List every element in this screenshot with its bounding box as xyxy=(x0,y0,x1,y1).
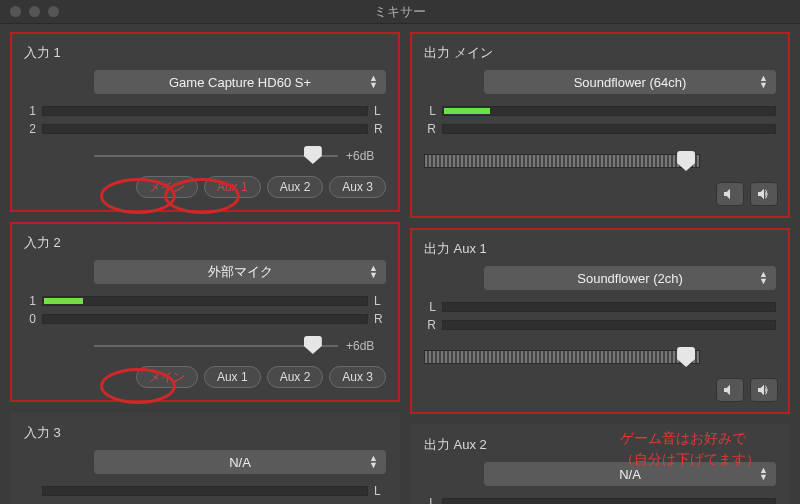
speaker-icon xyxy=(722,382,738,398)
input-2-gain-slider[interactable] xyxy=(94,336,338,356)
output-aux1-title: 出力 Aux 1 xyxy=(424,240,776,258)
input-1-device-label: Game Capture HD60 S+ xyxy=(169,75,311,90)
input-1-panel: 入力 1 Game Capture HD60 S+ ▲▼ 1 L 2 R xyxy=(10,32,400,212)
chevron-updown-icon: ▲▼ xyxy=(759,75,768,89)
minimize-dot[interactable] xyxy=(29,6,40,17)
speaker-icon xyxy=(722,186,738,202)
level-meter xyxy=(42,296,368,306)
level-meter xyxy=(442,302,776,312)
input-1-device-select[interactable]: Game Capture HD60 S+ ▲▼ xyxy=(94,70,386,94)
mute-button[interactable] xyxy=(716,182,744,206)
zoom-dot[interactable] xyxy=(48,6,59,17)
input-2-gain-label: +6dB xyxy=(346,339,386,353)
output-aux2-device-select[interactable]: N/A ▲▼ xyxy=(484,462,776,486)
input-3-device-select[interactable]: N/A ▲▼ xyxy=(94,450,386,474)
input-1-gain-slider[interactable] xyxy=(94,146,338,166)
chevron-updown-icon: ▲▼ xyxy=(369,75,378,89)
chevron-updown-icon: ▲▼ xyxy=(759,271,768,285)
input-2-aux-2[interactable]: Aux 2 xyxy=(267,366,324,388)
output-aux1-device-select[interactable]: Soundflower (2ch) ▲▼ xyxy=(484,266,776,290)
input-2-aux-3[interactable]: Aux 3 xyxy=(329,366,386,388)
input-2-panel: 入力 2 外部マイク ▲▼ 1 L 0 R +6dB xyxy=(10,222,400,402)
input-1-meter-row-2: 2 R xyxy=(24,122,386,136)
input-1-title: 入力 1 xyxy=(24,44,386,62)
input-1-aux-1[interactable]: Aux 1 xyxy=(204,176,261,198)
level-meter xyxy=(442,320,776,330)
level-meter xyxy=(442,106,776,116)
level-meter xyxy=(42,106,368,116)
mute-button[interactable] xyxy=(716,378,744,402)
input-2-device-label: 外部マイク xyxy=(208,263,273,281)
monitor-button[interactable] xyxy=(750,182,778,206)
input-1-aux-main[interactable]: メイン xyxy=(136,176,198,198)
input-3-title: 入力 3 xyxy=(24,424,386,442)
input-3-device-label: N/A xyxy=(229,455,251,470)
window-title: ミキサー xyxy=(374,3,426,21)
output-aux1-panel: 出力 Aux 1 Soundflower (2ch) ▲▼ L R xyxy=(410,228,790,414)
input-1-aux-3[interactable]: Aux 3 xyxy=(329,176,386,198)
level-meter xyxy=(42,124,368,134)
input-2-device-select[interactable]: 外部マイク ▲▼ xyxy=(94,260,386,284)
input-2-meter-row-2: 0 R xyxy=(24,312,386,326)
input-3-panel: 入力 3 N/A ▲▼ L R xyxy=(10,412,400,504)
input-1-aux-2[interactable]: Aux 2 xyxy=(267,176,324,198)
input-2-aux-main[interactable]: メイン xyxy=(136,366,198,388)
level-meter xyxy=(442,498,776,504)
level-meter xyxy=(42,314,368,324)
chevron-updown-icon: ▲▼ xyxy=(759,467,768,481)
titlebar: ミキサー xyxy=(0,0,800,24)
output-aux1-volume-slider[interactable] xyxy=(424,350,700,364)
window-controls xyxy=(10,6,59,17)
level-meter xyxy=(442,124,776,134)
input-2-meter-row-1: 1 L xyxy=(24,294,386,308)
close-dot[interactable] xyxy=(10,6,21,17)
input-2-title: 入力 2 xyxy=(24,234,386,252)
output-main-device-select[interactable]: Soundflower (64ch) ▲▼ xyxy=(484,70,776,94)
chevron-updown-icon: ▲▼ xyxy=(369,265,378,279)
output-main-title: 出力 メイン xyxy=(424,44,776,62)
chevron-updown-icon: ▲▼ xyxy=(369,455,378,469)
input-2-aux-1[interactable]: Aux 1 xyxy=(204,366,261,388)
monitor-button[interactable] xyxy=(750,378,778,402)
input-1-gain-label: +6dB xyxy=(346,149,386,163)
output-aux2-title: 出力 Aux 2 xyxy=(424,436,776,454)
output-main-panel: 出力 メイン Soundflower (64ch) ▲▼ L R xyxy=(410,32,790,218)
output-aux2-panel: 出力 Aux 2 N/A ▲▼ L xyxy=(410,424,790,504)
output-main-volume-slider[interactable] xyxy=(424,154,700,168)
speaker-wave-icon xyxy=(756,186,772,202)
input-1-meter-row-1: 1 L xyxy=(24,104,386,118)
speaker-wave-icon xyxy=(756,382,772,398)
level-meter xyxy=(42,486,368,496)
